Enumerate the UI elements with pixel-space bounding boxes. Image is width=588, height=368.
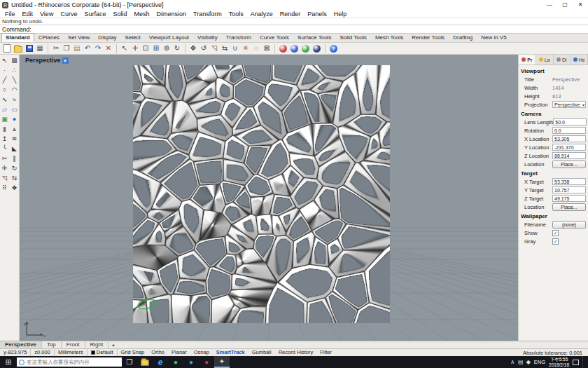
toolbar-icon-rotate[interactable]: ↺ xyxy=(199,43,209,53)
prop-value-input[interactable]: 0.0 xyxy=(552,127,586,134)
viewport-tab-perspective[interactable]: Perspective xyxy=(0,341,42,348)
toolbar-icon-paste[interactable]: ▤ xyxy=(72,43,82,53)
toolbar-icon-delete[interactable]: ✕ xyxy=(104,43,113,53)
side-loft-tool[interactable]: ≋ xyxy=(10,135,19,144)
prop-checkbox[interactable]: ✓ xyxy=(552,238,559,245)
side-chamfer-tool[interactable]: ◣ xyxy=(10,144,19,154)
viewport-tab-top[interactable]: Top xyxy=(42,341,62,348)
side-line-tool[interactable]: ╲ xyxy=(10,76,19,85)
toolbar-icon-select[interactable]: ↖ xyxy=(120,43,130,53)
system-tray-icon-2[interactable]: ◆ xyxy=(526,359,531,365)
toolbar-tab-standard[interactable]: Standard xyxy=(1,33,34,42)
side-array-tool[interactable]: ⠿ xyxy=(0,184,9,193)
panel-tab-pr[interactable]: Pr xyxy=(519,55,536,64)
prop-value-input[interactable]: 49.175 xyxy=(552,195,586,202)
side-points-tool[interactable]: ∴ xyxy=(10,66,19,75)
toolbar-icon-open-file[interactable] xyxy=(14,46,22,53)
toolbar-tab-set-view[interactable]: Set View xyxy=(64,33,94,42)
toolbar-tab-render-tools[interactable]: Render Tools xyxy=(407,33,449,42)
toolbar-tab-new-in-v5[interactable]: New in V5 xyxy=(477,33,510,42)
menu-transform[interactable]: Transform xyxy=(190,11,225,18)
menu-help[interactable]: Help xyxy=(330,11,351,18)
toolbar-tab-display[interactable]: Display xyxy=(94,33,120,42)
menu-dimension[interactable]: Dimension xyxy=(153,11,190,18)
toolbar-icon-pan-view[interactable]: ✛ xyxy=(130,43,140,53)
toolbar-icon-material-editor[interactable] xyxy=(313,45,321,53)
toolbar-icon-new-file[interactable] xyxy=(4,44,10,53)
side-extrude-tool[interactable]: ↥ xyxy=(0,135,9,144)
taskbar-search-input[interactable] xyxy=(27,359,120,365)
taskbar-search-box[interactable] xyxy=(17,357,122,367)
side-circle-tool[interactable]: ○ xyxy=(0,86,9,95)
toggle-record-history[interactable]: Record History xyxy=(275,349,317,356)
menu-analyze[interactable]: Analyze xyxy=(247,11,276,18)
toggle-planar[interactable]: Planar xyxy=(168,349,190,356)
viewport-menu-arrow-icon[interactable]: ▾ xyxy=(62,57,69,64)
menu-solid[interactable]: Solid xyxy=(109,11,130,18)
maximize-button[interactable]: ▢ xyxy=(557,0,573,10)
viewport-title-text[interactable]: Perspective xyxy=(25,57,61,64)
toggle-gumball[interactable]: Gumball xyxy=(248,349,275,356)
taskbar-icon-edge-browser[interactable]: e xyxy=(153,356,168,368)
side-arc-tool[interactable]: ◠ xyxy=(10,86,19,95)
menu-surface[interactable]: Surface xyxy=(80,11,109,18)
toolbar-tab-mesh-tools[interactable]: Mesh Tools xyxy=(371,33,407,42)
action-center-icon[interactable] xyxy=(573,360,579,365)
side-scale-tool[interactable]: ◹ xyxy=(0,174,9,183)
side-mirror-tool[interactable]: ⇆ xyxy=(10,174,19,183)
toolbar-icon-help[interactable]: ? xyxy=(330,45,337,53)
side-split-tool[interactable]: ∥ xyxy=(10,154,19,163)
toolbar-icon-zoom-window[interactable]: ⊞ xyxy=(151,43,161,53)
prop-value-button[interactable]: Place... xyxy=(552,161,586,168)
taskbar-icon-rhinoceros[interactable]: ✦ xyxy=(214,356,230,368)
toolbar-icon-shaded-view[interactable] xyxy=(302,45,309,53)
toolbar-icon-cut[interactable]: ✂ xyxy=(51,43,61,53)
taskbar-icon-music-app[interactable]: ● xyxy=(199,356,214,368)
toolbar-tab-drafting[interactable]: Drafting xyxy=(449,33,477,42)
prop-value-select[interactable]: Perspective▾ xyxy=(552,101,586,108)
toolbar-icon-join[interactable]: ∪ xyxy=(230,43,240,53)
toggle-osnap[interactable]: Osnap xyxy=(190,349,213,356)
language-indicator[interactable]: ENG xyxy=(534,359,545,365)
side-plane-tool[interactable]: ▭ xyxy=(10,105,19,114)
command-input[interactable] xyxy=(31,25,588,33)
menu-render[interactable]: Render xyxy=(276,11,304,18)
toolbar-icon-scale[interactable]: ◹ xyxy=(209,43,219,53)
toolbar-icon-mirror[interactable]: ⇆ xyxy=(220,43,230,53)
menu-file[interactable]: File xyxy=(1,11,19,18)
prop-value-input[interactable]: 10.757 xyxy=(552,186,586,193)
minimize-button[interactable]: — xyxy=(542,0,557,10)
taskbar-icon-task-view[interactable]: ❐ xyxy=(122,356,137,368)
toolbar-icon-print[interactable]: ▦ xyxy=(35,43,45,53)
toolbar-tab-select[interactable]: Select xyxy=(121,33,145,42)
toggle-grid-snap[interactable]: Grid Snap xyxy=(118,349,148,356)
side-group-tool[interactable]: ❖ xyxy=(10,184,19,193)
show-desktop-button[interactable] xyxy=(582,356,584,368)
toolbar-icon-undo[interactable]: ↶ xyxy=(83,43,92,53)
side-polyline-tool[interactable]: ╱ xyxy=(0,76,9,85)
toolbar-icon-render[interactable] xyxy=(290,45,298,53)
prop-value-input[interactable]: 53.338 xyxy=(552,178,586,185)
prop-value-button[interactable]: (none) xyxy=(552,221,586,229)
toolbar-tab-solid-tools[interactable]: Solid Tools xyxy=(335,33,371,42)
toolbar-tab-cplanes[interactable]: CPlanes xyxy=(34,33,64,42)
side-select-window-tool[interactable]: ▩ xyxy=(10,56,19,65)
toggle-smarttrack[interactable]: SmartTrack xyxy=(213,349,248,356)
toolbar-icon-zoom-selected[interactable]: ⊕ xyxy=(162,43,172,53)
menu-mesh[interactable]: Mesh xyxy=(130,11,153,18)
menu-curve[interactable]: Curve xyxy=(57,11,80,18)
side-trim-tool[interactable]: ✂ xyxy=(0,154,9,163)
toolbar-icon-redo[interactable]: ↷ xyxy=(93,43,103,53)
toolbar-icon-zoom-extents[interactable]: ⊡ xyxy=(141,43,150,53)
side-select-tool[interactable]: ↖ xyxy=(0,56,9,65)
prop-checkbox[interactable]: ✓ xyxy=(552,230,559,236)
tray-caret-icon[interactable]: ∧ xyxy=(510,359,514,365)
toolbar-icon-explode[interactable]: ✳ xyxy=(241,43,251,53)
menu-panels[interactable]: Panels xyxy=(304,11,330,18)
toolbar-tab-curve-tools[interactable]: Curve Tools xyxy=(255,33,293,42)
menu-edit[interactable]: Edit xyxy=(19,11,37,18)
side-rotate-tool[interactable]: ↻ xyxy=(10,164,19,173)
toolbar-icon-save-file[interactable] xyxy=(26,45,33,52)
toolbar-icon-move[interactable]: ✥ xyxy=(188,43,198,53)
voronoi-mesh-model[interactable] xyxy=(133,65,390,323)
